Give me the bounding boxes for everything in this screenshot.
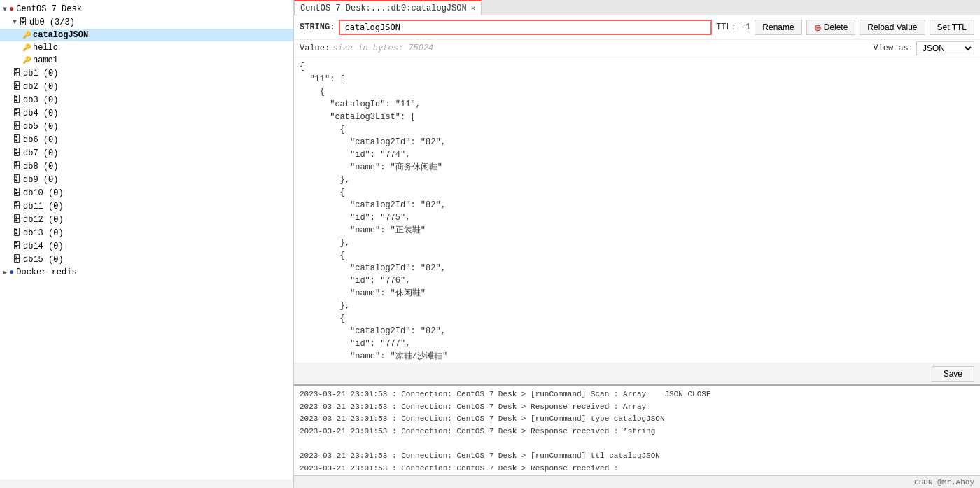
editor-area: STRING: TTL: -1 Rename ⊖ Delete Reload V…: [294, 15, 980, 363]
delete-label: Delete: [824, 22, 848, 32]
server-label: CentOS 7 Desk: [16, 4, 82, 14]
db15-label: db15 (0): [23, 255, 64, 265]
sidebar-item-db6[interactable]: 🗄 db6 (0): [0, 133, 293, 146]
tab-bar: CentOS 7 Desk:...:db0:catalogJSON ✕: [294, 0, 980, 15]
main-content: CentOS 7 Desk:...:db0:catalogJSON ✕ STRI…: [294, 0, 980, 488]
log-line: [300, 438, 974, 450]
db8-label: db8 (0): [23, 162, 58, 172]
sidebar-item-db4[interactable]: 🗄 db4 (0): [0, 106, 293, 120]
sidebar-item-db12[interactable]: 🗄 db12 (0): [0, 213, 293, 226]
db-icon: 🗄: [13, 81, 21, 92]
sidebar-item-db14[interactable]: 🗄 db14 (0): [0, 239, 293, 253]
db-icon: 🗄: [13, 134, 21, 145]
db11-label: db11 (0): [23, 202, 64, 211]
save-button[interactable]: Save: [932, 366, 974, 382]
set-ttl-button[interactable]: Set TTL: [930, 20, 974, 35]
db4-label: db4 (0): [23, 109, 58, 118]
view-as-select[interactable]: JSON Plain Text Hex: [916, 41, 974, 55]
sidebar: ▼ ● CentOS 7 Desk ▼ 🗄 db0 (3/3) 🔑 catalo…: [0, 0, 294, 488]
json-line: "catalog2Id": "82",: [300, 262, 974, 274]
key-icon: 🔑: [22, 31, 31, 39]
sidebar-item-db0[interactable]: ▼ 🗄 db0 (3/3): [0, 15, 293, 29]
json-line: "catalog2Id": "82",: [300, 136, 974, 148]
value-row: Value: size in bytes: 75024 View as: JSO…: [294, 40, 980, 57]
log-line: 2023-03-21 23:01:53 : Connection: CentOS…: [300, 413, 974, 426]
sidebar-item-centos7desk[interactable]: ▼ ● CentOS 7 Desk: [0, 3, 293, 15]
key-row: STRING: TTL: -1 Rename ⊖ Delete Reload V…: [294, 15, 980, 40]
json-line: {: [300, 123, 974, 136]
sidebar-item-catalogjson[interactable]: 🔑 catalogJSON: [0, 29, 293, 41]
json-editor[interactable]: { "11": [ { "catalogId": "11", "catalog3…: [294, 57, 980, 363]
json-line: "catalog3List": [: [300, 111, 974, 123]
sidebar-item-hello[interactable]: 🔑 hello: [0, 41, 293, 54]
db-icon: 🗄: [13, 241, 21, 251]
db2-label: db2 (0): [23, 82, 58, 92]
name1-label: name1: [33, 55, 58, 65]
sidebar-item-db2[interactable]: 🗄 db2 (0): [0, 80, 293, 93]
key-icon: 🔑: [22, 43, 31, 52]
db12-label: db12 (0): [23, 215, 64, 225]
sidebar-item-docker-redis[interactable]: ▶ ● Docker redis: [0, 266, 293, 279]
sidebar-item-db7[interactable]: 🗄 db7 (0): [0, 146, 293, 160]
db-icon: 🗄: [19, 17, 27, 27]
sidebar-item-db13[interactable]: 🗄 db13 (0): [0, 226, 293, 239]
delete-icon: ⊖: [814, 22, 822, 33]
db-icon: 🗄: [13, 201, 21, 211]
app-container: ▼ ● CentOS 7 Desk ▼ 🗄 db0 (3/3) 🔑 catalo…: [0, 0, 980, 488]
db14-label: db14 (0): [23, 242, 64, 251]
json-line: },: [300, 237, 974, 249]
json-line: "catalogId": "11",: [300, 98, 974, 111]
sidebar-item-db10[interactable]: 🗄 db10 (0): [0, 186, 293, 200]
rename-button[interactable]: Rename: [755, 20, 802, 35]
sidebar-item-db1[interactable]: 🗄 db1 (0): [0, 67, 293, 80]
arrow-down-icon: ▼: [3, 6, 7, 13]
log-line: 2023-03-21 23:01:53 : Connection: CentOS…: [300, 450, 974, 463]
tab-catalogjson[interactable]: CentOS 7 Desk:...:db0:catalogJSON ✕: [294, 0, 482, 15]
json-line: {: [300, 60, 974, 73]
db0-label: db0 (3/3): [29, 18, 75, 27]
key-input[interactable]: [339, 20, 712, 35]
arrow-down-icon: ▼: [13, 18, 17, 26]
db9-label: db9 (0): [23, 175, 58, 185]
ttl-value: -1: [741, 22, 750, 32]
tab-close-button[interactable]: ✕: [471, 4, 476, 13]
sidebar-item-db3[interactable]: 🗄 db3 (0): [0, 93, 293, 106]
json-line: "name": "休闲鞋": [300, 287, 974, 300]
catalogjson-label: catalogJSON: [33, 30, 88, 40]
db-icon: 🗄: [13, 254, 21, 265]
sidebar-hscroll[interactable]: [0, 480, 293, 488]
sidebar-item-db11[interactable]: 🗄 db11 (0): [0, 200, 293, 213]
db-icon: 🗄: [13, 161, 21, 172]
json-line: "id": "774",: [300, 148, 974, 161]
sidebar-item-db8[interactable]: 🗄 db8 (0): [0, 160, 293, 173]
json-line: "name": "商务休闲鞋": [300, 161, 974, 174]
db-icon: 🗄: [13, 95, 21, 105]
arrow-right-icon: ▶: [3, 268, 7, 277]
db-icon: 🗄: [13, 148, 21, 158]
docker-redis-label: Docker redis: [16, 267, 76, 277]
db1-label: db1 (0): [23, 69, 58, 78]
sidebar-item-db5[interactable]: 🗄 db5 (0): [0, 120, 293, 133]
delete-button[interactable]: ⊖ Delete: [806, 20, 856, 35]
sidebar-tree: ▼ ● CentOS 7 Desk ▼ 🗄 db0 (3/3) 🔑 catalo…: [0, 0, 293, 480]
log-line: 2023-03-21 23:01:53 : Connection: CentOS…: [300, 401, 974, 414]
db-icon: 🗄: [13, 228, 21, 238]
db-icon: 🗄: [13, 68, 21, 78]
json-line: "name": "凉鞋/沙滩鞋": [300, 350, 974, 363]
value-hint: size in bytes: 75024: [332, 43, 433, 53]
json-line: "id": "775",: [300, 211, 974, 224]
reload-value-button[interactable]: Reload Value: [860, 20, 925, 35]
key-icon: 🔑: [22, 56, 31, 64]
json-line: {: [300, 186, 974, 199]
log-area: 2023-03-21 23:01:53 : Connection: CentOS…: [294, 384, 980, 475]
sidebar-item-db15[interactable]: 🗄 db15 (0): [0, 253, 293, 266]
db-icon: 🗄: [13, 121, 21, 132]
view-as-label: View as:: [873, 43, 913, 53]
sidebar-item-name1[interactable]: 🔑 name1: [0, 54, 293, 67]
db6-label: db6 (0): [23, 135, 58, 145]
json-line: },: [300, 300, 974, 312]
docker-server-icon: ●: [9, 267, 14, 277]
json-line: {: [300, 85, 974, 98]
sidebar-item-db9[interactable]: 🗄 db9 (0): [0, 173, 293, 186]
server-icon: ●: [9, 4, 14, 14]
